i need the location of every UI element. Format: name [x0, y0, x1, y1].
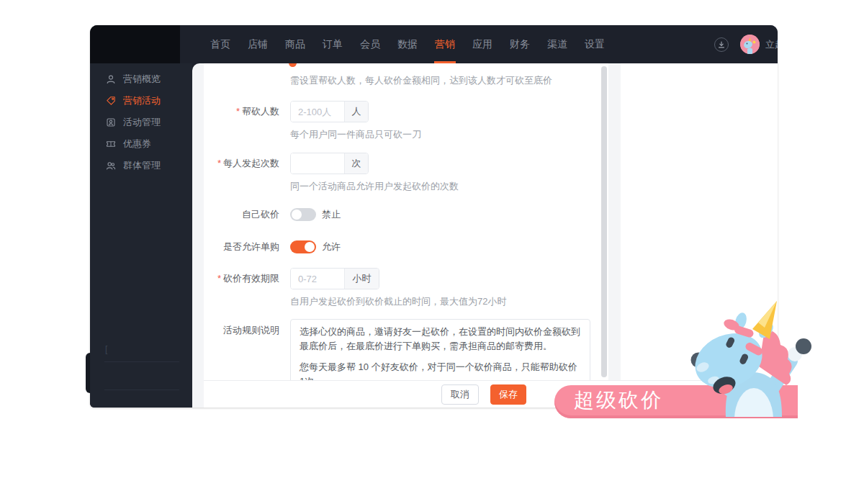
sidebar-item-label: 营销活动	[123, 94, 161, 107]
logo-area	[90, 25, 180, 63]
save-button[interactable]: 保存	[490, 384, 526, 405]
helpers-count-input[interactable]	[291, 102, 344, 122]
field-row-activity-rules: 活动规则说明 选择心仪的商品，邀请好友一起砍价，在设置的时间内砍价金额砍到最底价…	[204, 319, 590, 380]
input-group: 人	[290, 101, 369, 122]
app-window: 首页 店铺 商品 订单 会员 数据 营销 应用 财务 渠道 设置	[90, 25, 778, 408]
field-row-self-bargain: 自己砍价 禁止	[204, 208, 341, 221]
nav-item-marketing[interactable]: 营销	[435, 25, 455, 63]
nav-item-order[interactable]: 订单	[323, 25, 343, 63]
self-bargain-toggle[interactable]	[290, 208, 316, 221]
unit-suffix: 次	[344, 153, 368, 174]
unicorn-mascot-illustration	[684, 297, 822, 417]
field-helper-text: 同一个活动商品允许用户发起砍价的次数	[290, 180, 459, 193]
toggle-state-label: 禁止	[322, 208, 341, 221]
input-group: 次	[290, 153, 369, 174]
nav-item-settings[interactable]: 设置	[585, 25, 605, 63]
page: 首页 店铺 商品 订单 会员 数据 营销 应用 财务 渠道 设置	[0, 0, 864, 504]
bargain-settings-form: 需设置帮砍人数，每人砍价金额相同，达到该人数才可砍至底价 *帮砍人数 人 每个用…	[204, 63, 608, 380]
sidebar-faint-text: [	[105, 344, 107, 354]
field-helper-text: 每个用户同一件商品只可砍一刀	[290, 128, 421, 141]
nav-item-product[interactable]: 商品	[285, 25, 305, 63]
valid-period-input[interactable]	[291, 269, 344, 289]
unit-suffix: 小时	[344, 269, 379, 289]
radio-selected-icon[interactable]	[289, 63, 297, 67]
sidebar-item-group-management[interactable]: 群体管理	[90, 155, 192, 176]
required-asterisk: *	[217, 273, 221, 284]
coupon-icon	[106, 139, 116, 149]
unit-suffix: 人	[344, 102, 368, 122]
field-row-helpers-count: *帮砍人数 人	[204, 101, 369, 122]
sidebar-item-coupons[interactable]: 优惠券	[90, 133, 192, 155]
field-label: *每人发起次数	[204, 153, 279, 174]
field-row-allow-single-purchase: 是否允许单购 允许	[204, 240, 341, 253]
field-label: 活动规则说明	[204, 319, 279, 336]
activity-icon	[106, 117, 116, 127]
sidebar-item-label: 群体管理	[123, 159, 161, 172]
required-asterisk: *	[217, 158, 221, 168]
field-row-launch-times: *每人发起次数 次	[204, 153, 369, 174]
avatar[interactable]	[740, 35, 760, 54]
field-label: *帮砍人数	[204, 101, 279, 122]
nav-item-home[interactable]: 首页	[210, 25, 230, 63]
field-helper-text: 自用户发起砍价到砍价截止的时间，最大值为72小时	[290, 295, 506, 308]
single-purchase-toggle[interactable]	[290, 240, 316, 253]
sidebar: 营销概览 营销活动 活动管理	[90, 63, 192, 408]
sidebar-item-activity-management[interactable]: 活动管理	[90, 112, 192, 133]
rules-paragraph: 选择心仪的商品，邀请好友一起砍价，在设置的时间内砍价金额砍到最底价后，在最底价进…	[300, 325, 581, 354]
sidebar-item-label: 营销概览	[123, 73, 161, 86]
input-group: 小时	[290, 268, 379, 289]
sidebar-divider	[104, 361, 179, 362]
tag-icon	[106, 96, 116, 106]
launch-times-input[interactable]	[291, 153, 344, 174]
form-intro-text: 需设置帮砍人数，每人砍价金额相同，达到该人数才可砍至底价	[290, 74, 552, 87]
nav-item-data[interactable]: 数据	[397, 25, 418, 63]
sidebar-item-marketing-activity[interactable]: 营销活动	[90, 90, 192, 112]
nav-item-finance[interactable]: 财务	[510, 25, 530, 63]
sidebar-item-label: 优惠券	[123, 138, 151, 150]
sidebar-divider	[104, 390, 179, 390]
field-row-valid-period: *砍价有效期限 小时	[204, 268, 379, 289]
field-label: *砍价有效期限	[204, 268, 279, 289]
rules-paragraph: 您每天最多帮 10 个好友砍价，对于同一个砍价商品，只能帮助砍价1次。	[300, 360, 581, 380]
banner-title: 超级砍价	[574, 385, 663, 415]
cancel-button[interactable]: 取消	[441, 384, 479, 405]
required-asterisk: *	[236, 106, 240, 117]
top-navbar: 首页 店铺 商品 订单 会员 数据 营销 应用 财务 渠道 设置	[90, 25, 778, 63]
nav-item-shop[interactable]: 店铺	[248, 25, 268, 63]
field-label: 是否允许单购	[204, 240, 279, 253]
user-name[interactable]: 立趣	[765, 25, 778, 63]
field-label: 自己砍价	[204, 208, 279, 221]
nav-item-apps[interactable]: 应用	[472, 25, 492, 63]
nav-item-member[interactable]: 会员	[360, 25, 380, 63]
sidebar-item-label: 活动管理	[123, 116, 161, 129]
sidebar-item-marketing-overview[interactable]: 营销概览	[90, 68, 192, 90]
download-icon[interactable]	[714, 37, 729, 52]
vertical-scrollbar[interactable]	[601, 66, 607, 377]
user-icon	[106, 74, 116, 84]
nav-item-channel[interactable]: 渠道	[547, 25, 567, 63]
main-nav: 首页 店铺 商品 订单 会员 数据 营销 应用 财务 渠道 设置	[210, 25, 605, 63]
toggle-state-label: 允许	[322, 240, 341, 253]
activity-rules-textarea[interactable]: 选择心仪的商品，邀请好友一起砍价，在设置的时间内砍价金额砍到最底价后，在最底价进…	[290, 319, 590, 380]
group-icon	[106, 161, 116, 171]
